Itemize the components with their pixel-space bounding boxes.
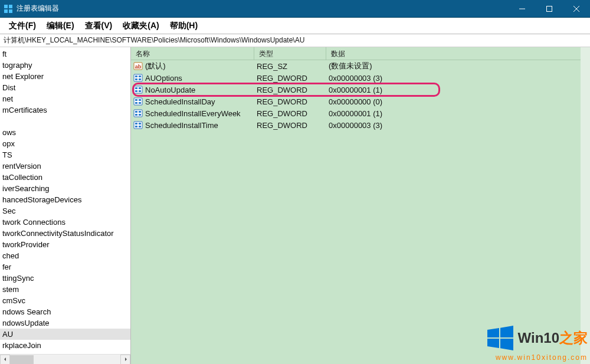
- scroll-right-arrow[interactable]: [120, 355, 130, 365]
- svg-rect-34: [139, 123, 141, 124]
- svg-rect-27: [134, 110, 142, 117]
- value-name: ScheduledInstallDay: [145, 97, 215, 106]
- watermark-url: www.win10xitong.com: [496, 352, 588, 362]
- windows-logo-icon: [486, 324, 514, 352]
- tree-item[interactable]: ttingSync: [0, 273, 130, 284]
- list-row[interactable]: ScheduledInstallDayREG_DWORD0x00000000 (…: [131, 96, 590, 107]
- cell-type: REG_DWORD: [254, 97, 326, 106]
- cell-name: AUOptions: [131, 73, 254, 83]
- tree-item[interactable]: rkplaceJoin: [0, 340, 130, 351]
- svg-rect-1: [9, 5, 12, 8]
- svg-rect-14: [139, 76, 141, 77]
- reg-binary-icon: [133, 97, 143, 106]
- svg-rect-21: [139, 90, 141, 92]
- list-row[interactable]: ab(默认)REG_SZ(数值未设置): [131, 60, 590, 72]
- scroll-thumb[interactable]: [10, 355, 34, 364]
- list-vertical-scrollbar[interactable]: [581, 47, 590, 364]
- tree-pane: fttographynet ExplorerDistnetmCertificat…: [0, 47, 131, 364]
- svg-rect-16: [139, 78, 141, 80]
- tree-item[interactable]: fer: [0, 261, 130, 273]
- minimize-button[interactable]: [509, 0, 536, 18]
- svg-marker-8: [4, 358, 6, 361]
- svg-rect-23: [135, 99, 137, 101]
- svg-marker-40: [500, 339, 513, 350]
- menubar: 文件(F) 编辑(E) 查看(V) 收藏夹(A) 帮助(H): [0, 18, 590, 34]
- cell-name: ab(默认): [131, 61, 254, 71]
- tree-item[interactable]: AU: [0, 329, 130, 340]
- svg-rect-20: [135, 90, 137, 92]
- tree-item[interactable]: ows: [0, 127, 130, 138]
- list-body: ab(默认)REG_SZ(数值未设置)AUOptionsREG_DWORD0x0…: [131, 60, 590, 364]
- tree-horizontal-scrollbar[interactable]: [0, 354, 130, 364]
- cell-name: NoAutoUpdate: [131, 85, 254, 94]
- column-type[interactable]: 类型: [254, 47, 326, 60]
- content-area: fttographynet ExplorerDistnetmCertificat…: [0, 47, 590, 364]
- cell-name: ScheduledInstallEveryWeek: [131, 109, 254, 118]
- tree-item[interactable]: ched: [0, 250, 130, 261]
- tree-item[interactable]: ndows Search: [0, 306, 130, 317]
- scroll-track[interactable]: [10, 355, 120, 364]
- close-button[interactable]: [563, 0, 590, 18]
- svg-rect-3: [9, 9, 12, 13]
- tree-item[interactable]: stem: [0, 284, 130, 295]
- svg-rect-28: [135, 111, 137, 113]
- tree-item[interactable]: Dist: [0, 82, 130, 93]
- tree-item[interactable]: net: [0, 93, 130, 104]
- svg-marker-9: [125, 358, 127, 361]
- maximize-button[interactable]: [536, 0, 563, 18]
- menu-view[interactable]: 查看(V): [80, 19, 118, 33]
- menu-edit[interactable]: 编辑(E): [41, 19, 80, 33]
- tree-item[interactable]: iverSearching: [0, 183, 130, 194]
- cell-data: 0x00000003 (3): [326, 74, 590, 83]
- svg-marker-39: [487, 339, 499, 348]
- svg-rect-35: [135, 126, 137, 127]
- svg-marker-38: [500, 326, 513, 337]
- value-name: ScheduledInstallEveryWeek: [145, 109, 241, 118]
- cell-name: ScheduledInstallDay: [131, 97, 254, 106]
- list-row[interactable]: AUOptionsREG_DWORD0x00000003 (3): [131, 72, 590, 84]
- tree-item[interactable]: hancedStorageDevices: [0, 194, 130, 205]
- list-pane: 名称 类型 数据 ab(默认)REG_SZ(数值未设置)AUOptionsREG…: [131, 47, 590, 364]
- cell-data: 0x00000001 (1): [326, 109, 590, 118]
- tree-item[interactable]: rentVersion: [0, 160, 130, 172]
- menu-help[interactable]: 帮助(H): [165, 19, 203, 33]
- tree-item[interactable]: Sec: [0, 205, 130, 217]
- list-header: 名称 类型 数据: [131, 47, 590, 60]
- tree-item[interactable]: TS: [0, 149, 130, 160]
- svg-rect-31: [139, 114, 141, 116]
- cell-type: REG_SZ: [254, 62, 326, 71]
- svg-text:ab: ab: [135, 64, 142, 70]
- menu-favorites[interactable]: 收藏夹(A): [117, 19, 164, 33]
- svg-rect-17: [134, 86, 142, 93]
- cell-type: REG_DWORD: [254, 109, 326, 118]
- cell-data: 0x00000001 (1): [326, 86, 590, 94]
- cell-type: REG_DWORD: [254, 121, 326, 130]
- tree-item[interactable]: taCollection: [0, 172, 130, 183]
- tree-item[interactable]: cmSvc: [0, 295, 130, 306]
- tree-list[interactable]: fttographynet ExplorerDistnetmCertificat…: [0, 47, 130, 354]
- reg-binary-icon: [133, 120, 143, 130]
- tree-item[interactable]: net Explorer: [0, 71, 130, 82]
- tree-item[interactable]: twork Connections: [0, 217, 130, 228]
- list-row[interactable]: NoAutoUpdateREG_DWORD0x00000001 (1): [131, 84, 590, 96]
- scroll-left-arrow[interactable]: [0, 355, 10, 365]
- tree-item[interactable]: mCertificates: [0, 104, 130, 116]
- tree-item[interactable]: tworkProvider: [0, 239, 130, 250]
- svg-rect-15: [135, 78, 137, 80]
- address-bar[interactable]: 计算机\HKEY_LOCAL_MACHINE\SOFTWARE\Policies…: [0, 34, 590, 47]
- address-text: 计算机\HKEY_LOCAL_MACHINE\SOFTWARE\Policies…: [4, 35, 304, 45]
- list-row[interactable]: ScheduledInstallTimeREG_DWORD0x00000003 …: [131, 119, 590, 131]
- tree-item[interactable]: [0, 116, 130, 127]
- menu-file[interactable]: 文件(F): [4, 19, 41, 33]
- list-row[interactable]: ScheduledInstallEveryWeekREG_DWORD0x0000…: [131, 107, 590, 119]
- tree-item[interactable]: tography: [0, 60, 130, 71]
- tree-item[interactable]: ft: [0, 48, 130, 60]
- watermark-brand2: 之家: [559, 330, 588, 346]
- tree-item[interactable]: ndowsUpdate: [0, 317, 130, 329]
- watermark-brand-text: Win10之家: [518, 329, 588, 347]
- value-name: AUOptions: [145, 74, 182, 83]
- column-data[interactable]: 数据: [326, 47, 590, 60]
- tree-item[interactable]: tworkConnectivityStatusIndicator: [0, 228, 130, 239]
- column-name[interactable]: 名称: [131, 47, 254, 60]
- tree-item[interactable]: opx: [0, 138, 130, 149]
